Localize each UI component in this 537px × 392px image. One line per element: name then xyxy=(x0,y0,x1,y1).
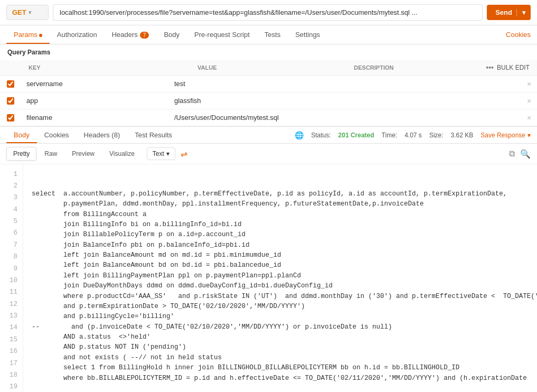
line-number: 1 xyxy=(0,169,23,180)
view-btn-raw[interactable]: Raw xyxy=(37,147,64,161)
search-icon[interactable]: 🔍 xyxy=(520,149,531,159)
params-dot xyxy=(39,34,42,37)
line-number: 9 xyxy=(0,263,23,275)
param-desc-1 xyxy=(389,97,521,105)
line-number: 3 xyxy=(0,192,23,204)
tab-authorization[interactable]: Authorization xyxy=(50,25,105,44)
size-label: Size: xyxy=(429,132,444,139)
param-desc-2 xyxy=(389,114,521,122)
line-number: 14 xyxy=(0,322,23,334)
param-row: app glassfish × xyxy=(0,92,537,109)
table-options-icon[interactable]: ••• xyxy=(486,63,494,72)
text-format-dropdown[interactable]: Text ▾ xyxy=(147,147,175,160)
param-delete-1[interactable]: × xyxy=(521,97,537,105)
top-bar: GET ▾ Send ▾ xyxy=(0,0,537,25)
param-value-2: /Users/user/Documents/mytest.sql xyxy=(169,109,389,126)
param-desc-0 xyxy=(389,80,521,88)
param-checkbox-1[interactable] xyxy=(7,97,14,105)
response-tab-body[interactable]: Body xyxy=(6,127,37,143)
line-number: 18 xyxy=(0,369,23,381)
params-table-header: KEY VALUE DESCRIPTION ••• Bulk Edit xyxy=(0,60,537,76)
line-number: 7 xyxy=(0,239,23,251)
status-info: 🌐 Status: 201 Created Time: 4.07 s Size:… xyxy=(295,131,531,139)
code-area: 123456789101112131415161718192021 select… xyxy=(0,164,537,392)
method-select[interactable]: GET ▾ xyxy=(6,5,49,20)
code-view-toolbar: Pretty Raw Preview Visualize Text ▾ ⇌ ⧉ … xyxy=(0,144,537,164)
param-row: filename /Users/user/Documents/mytest.sq… xyxy=(0,109,537,126)
bulk-edit-button[interactable]: Bulk Edit xyxy=(497,64,530,71)
line-number: 13 xyxy=(0,311,23,322)
line-number: 12 xyxy=(0,298,23,310)
param-delete-2[interactable]: × xyxy=(521,114,537,122)
view-btn-preview[interactable]: Preview xyxy=(65,147,101,161)
response-tab-test-results[interactable]: Test Results xyxy=(127,127,180,143)
param-checkbox-cell-1[interactable] xyxy=(0,97,21,105)
tab-headers[interactable]: Headers7 xyxy=(105,25,157,44)
method-chevron-icon: ▾ xyxy=(29,10,31,15)
param-checkbox-0[interactable] xyxy=(7,80,14,88)
request-tabs: Params Authorization Headers7 Body Pre-r… xyxy=(0,25,537,44)
col-actions-header: ••• Bulk Edit xyxy=(478,60,537,75)
send-arrow-icon[interactable]: ▾ xyxy=(516,9,531,16)
line-number: 8 xyxy=(0,251,23,263)
param-checkbox-cell-0[interactable] xyxy=(0,80,21,88)
tab-settings[interactable]: Settings xyxy=(288,25,327,44)
query-params-title: Query Params xyxy=(0,44,537,60)
filter-icon[interactable]: ⇌ xyxy=(181,149,187,159)
url-input[interactable] xyxy=(53,4,483,21)
line-number: 6 xyxy=(0,228,23,239)
headers-badge: 7 xyxy=(140,32,149,39)
tab-pre-request-script[interactable]: Pre-request Script xyxy=(187,25,257,44)
param-checkbox-2[interactable] xyxy=(7,114,14,122)
code-toolbar-right: ⧉ 🔍 xyxy=(509,149,531,159)
response-tabs: Body Cookies Headers (8) Test Results 🌐 … xyxy=(0,127,537,144)
line-number: 5 xyxy=(0,216,23,228)
copy-icon[interactable]: ⧉ xyxy=(509,149,515,158)
line-number: 19 xyxy=(0,381,23,392)
time-value: 4.07 s xyxy=(404,132,422,139)
param-value-0: test xyxy=(169,76,389,92)
send-button[interactable]: Send ▾ xyxy=(487,5,531,20)
send-label: Send xyxy=(495,8,516,16)
save-response-chevron-icon: ▾ xyxy=(527,132,531,139)
line-number: 17 xyxy=(0,358,23,369)
size-value: 3.62 KB xyxy=(451,132,474,139)
status-label: Status: xyxy=(311,132,331,139)
time-label: Time: xyxy=(382,132,398,139)
line-number: 10 xyxy=(0,275,23,286)
param-rows-container: servername test × app glassfish × filena… xyxy=(0,76,537,126)
param-delete-0[interactable]: × xyxy=(521,80,537,88)
tab-params[interactable]: Params xyxy=(6,25,50,44)
response-tab-cookies[interactable]: Cookies xyxy=(37,127,77,143)
param-key-1: app xyxy=(21,92,169,109)
view-btn-pretty[interactable]: Pretty xyxy=(6,147,36,161)
view-btn-visualize[interactable]: Visualize xyxy=(102,147,142,161)
col-desc-header: DESCRIPTION xyxy=(346,61,478,74)
save-response-button[interactable]: Save Response ▾ xyxy=(481,132,531,139)
code-content[interactable]: select a.accountNumber, p.policyNumber, … xyxy=(23,164,537,392)
cookies-link[interactable]: Cookies xyxy=(506,31,531,39)
line-number: 2 xyxy=(0,180,23,192)
col-value-header: VALUE xyxy=(190,61,346,74)
param-value-1: glassfish xyxy=(169,92,389,109)
line-number: 11 xyxy=(0,287,23,298)
param-checkbox-cell-2[interactable] xyxy=(0,114,21,122)
tab-body[interactable]: Body xyxy=(156,25,187,44)
tab-tests[interactable]: Tests xyxy=(257,25,288,44)
globe-icon: 🌐 xyxy=(295,131,304,139)
response-tab-headers[interactable]: Headers (8) xyxy=(77,127,128,143)
col-key-header: KEY xyxy=(21,61,190,74)
text-dropdown-chevron-icon: ▾ xyxy=(166,150,169,157)
param-key-2: filename xyxy=(21,109,169,126)
line-number: 16 xyxy=(0,346,23,358)
line-number: 15 xyxy=(0,334,23,346)
param-key-0: servername xyxy=(21,76,169,92)
method-label: GET xyxy=(12,8,26,16)
status-value: 201 Created xyxy=(338,132,374,139)
line-numbers: 123456789101112131415161718192021 xyxy=(0,164,23,392)
line-number: 4 xyxy=(0,204,23,216)
param-row: servername test × xyxy=(0,76,537,92)
